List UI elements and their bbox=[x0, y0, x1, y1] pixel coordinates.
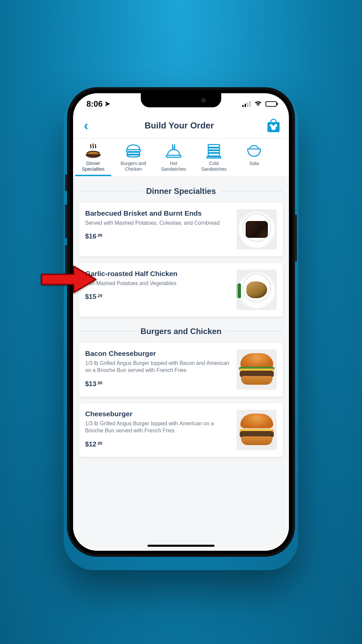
tab-label: Burgers andChicken bbox=[115, 161, 152, 172]
screen: 8:06 ➤ ‹ Build Your Order bbox=[73, 93, 289, 551]
page-title: Build Your Order bbox=[144, 120, 214, 131]
category-tabs: DinnerSpecialties Burgers andChicken Hot… bbox=[73, 139, 289, 176]
category-tab-4[interactable]: Sala bbox=[234, 139, 274, 176]
svg-rect-5 bbox=[208, 145, 220, 147]
category-tab-1[interactable]: Burgers andChicken bbox=[113, 139, 154, 176]
stack-icon bbox=[195, 143, 233, 159]
menu-item-price: $12.99 bbox=[85, 440, 231, 448]
section-title: Dinner Specialties bbox=[146, 186, 216, 196]
burger-icon bbox=[115, 143, 152, 159]
menu-item-1-1[interactable]: Cheeseburger 1/3 lb Grilled Angus Burger… bbox=[79, 403, 283, 457]
wifi-icon bbox=[254, 100, 262, 108]
menu-item-photo bbox=[237, 350, 277, 390]
svg-rect-9 bbox=[207, 157, 221, 158]
cloche-icon bbox=[155, 143, 192, 159]
menu-item-photo bbox=[237, 209, 277, 250]
bowl-icon bbox=[235, 143, 273, 159]
svg-rect-2 bbox=[127, 152, 140, 154]
status-time: 8:06 bbox=[86, 99, 103, 109]
menu-item-0-0[interactable]: Barbecued Brisket and Burnt Ends Served … bbox=[79, 203, 283, 256]
category-tab-2[interactable]: HotSandwiches bbox=[154, 139, 194, 176]
location-arrow-icon: ➤ bbox=[105, 100, 110, 108]
phone-frame: 8:06 ➤ ‹ Build Your Order bbox=[67, 87, 295, 557]
menu-item-desc: Served with Mashed Potatoes, Coleslaw, a… bbox=[85, 219, 231, 227]
menu-item-desc: 1/3 lb Grilled Angus Burger topped with … bbox=[85, 360, 231, 374]
section-header: Dinner Specialties bbox=[79, 186, 283, 196]
nav-header: ‹ Build Your Order bbox=[73, 112, 289, 139]
svg-rect-4 bbox=[166, 155, 181, 157]
category-tab-0[interactable]: DinnerSpecialties bbox=[73, 139, 113, 176]
menu-item-0-1[interactable]: Garlic-roasted Half Chicken with Mashed … bbox=[79, 263, 283, 317]
menu-item-price: $16.99 bbox=[85, 232, 231, 240]
dish-steam-icon bbox=[74, 143, 112, 159]
svg-rect-1 bbox=[126, 150, 140, 152]
tab-label: DinnerSpecialties bbox=[74, 161, 112, 172]
category-tab-3[interactable]: ColdSandwiches bbox=[194, 139, 234, 176]
home-indicator[interactable] bbox=[147, 545, 215, 547]
tab-label: ColdSandwiches bbox=[195, 161, 233, 172]
menu-item-title: Bacon Cheeseburger bbox=[85, 350, 231, 358]
menu-item-title: Barbecued Brisket and Burnt Ends bbox=[85, 209, 231, 217]
notch bbox=[141, 93, 221, 107]
menu-item-photo bbox=[237, 270, 277, 310]
menu-item-price: $13.99 bbox=[85, 380, 231, 388]
svg-rect-7 bbox=[208, 151, 220, 153]
menu-item-title: Cheeseburger bbox=[85, 410, 231, 418]
svg-rect-6 bbox=[208, 148, 220, 150]
section-header: Burgers and Chicken bbox=[79, 327, 283, 336]
svg-rect-8 bbox=[208, 153, 220, 156]
tab-label: Sala bbox=[235, 161, 273, 166]
cellular-signal-icon bbox=[242, 101, 251, 107]
section-title: Burgers and Chicken bbox=[140, 327, 221, 336]
annotation-arrow-icon bbox=[40, 265, 97, 294]
shopping-bag-button[interactable] bbox=[267, 119, 280, 132]
menu-item-desc: with Mashed Potatoes and Vegetables bbox=[85, 280, 231, 287]
menu-item-photo bbox=[237, 410, 277, 450]
menu-item-title: Garlic-roasted Half Chicken bbox=[85, 270, 231, 278]
menu-scroll[interactable]: Dinner Specialties Barbecued Brisket and… bbox=[73, 176, 289, 551]
tab-label: HotSandwiches bbox=[155, 161, 192, 172]
back-button[interactable]: ‹ bbox=[81, 119, 91, 132]
battery-icon bbox=[265, 101, 277, 107]
menu-item-desc: 1/3 lb Grilled Angus Burger topped with … bbox=[85, 420, 231, 434]
menu-item-1-0[interactable]: Bacon Cheeseburger 1/3 lb Grilled Angus … bbox=[79, 343, 283, 396]
menu-item-price: $15.29 bbox=[85, 293, 231, 301]
